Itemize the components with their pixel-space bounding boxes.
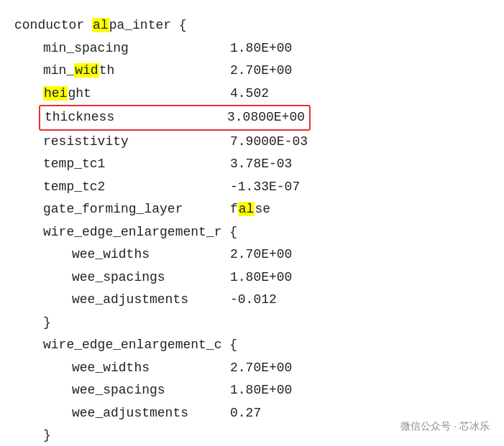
- highlight-false-al: al: [238, 202, 255, 216]
- key-height: height: [43, 83, 230, 106]
- code-block: conductor alpa_inter { min_spacing 1.80E…: [0, 0, 504, 446]
- code-line-height: height 4.502: [43, 83, 490, 106]
- value-thickness: 3.0800E+00: [227, 106, 305, 129]
- code-title-text: conductor alpa_inter {: [14, 14, 187, 37]
- code-line-weec-open: wire_edge_enlargement_c {: [43, 334, 490, 357]
- code-line-wee-spacings-r: wee_spacings 1.80E+00: [72, 266, 490, 289]
- thickness-red-box: thickness 3.0800E+00: [39, 105, 311, 131]
- value-wee-adj-c: 0.27: [230, 402, 261, 425]
- key-weec-open: wire_edge_enlargement_c {: [43, 334, 237, 357]
- code-line-thickness: thickness 3.0800E+00: [43, 105, 490, 131]
- close-brace-r: }: [43, 312, 51, 335]
- value-wee-spacings-c: 1.80E+00: [230, 379, 292, 402]
- code-line-min-spacing: min_spacing 1.80E+00: [43, 37, 490, 60]
- key-min-width: min_width: [43, 60, 230, 83]
- value-wee-adj-r: -0.012: [230, 289, 277, 312]
- value-gate-forming: false: [230, 198, 270, 221]
- value-temp-tc1: 3.78E-03: [230, 153, 292, 176]
- key-wee-widths-r: wee_widths: [72, 243, 230, 266]
- close-brace-c: }: [43, 424, 51, 446]
- highlight-width: wid: [74, 63, 98, 78]
- code-line-resistivity: resistivity 7.9000E-03: [43, 131, 490, 154]
- value-temp-tc2: -1.33E-07: [230, 176, 300, 199]
- value-wee-spacings-r: 1.80E+00: [230, 266, 292, 289]
- value-min-spacing: 1.80E+00: [230, 37, 292, 60]
- code-line-wee-widths-c: wee_widths 2.70E+00: [72, 357, 490, 380]
- key-wee-adj-r: wee_adjustments: [72, 289, 230, 312]
- code-line-temp-tc2: temp_tc2 -1.33E-07: [43, 176, 490, 199]
- code-line-temp-tc1: temp_tc1 3.78E-03: [43, 153, 490, 176]
- key-wee-spacings-r: wee_spacings: [72, 266, 230, 289]
- value-wee-widths-r: 2.70E+00: [230, 243, 292, 266]
- key-temp-tc2: temp_tc2: [43, 176, 230, 199]
- key-wee-widths-c: wee_widths: [72, 357, 230, 380]
- value-resistivity: 7.9000E-03: [230, 131, 308, 154]
- key-min-spacing: min_spacing: [43, 37, 230, 60]
- code-line-gate-forming: gate_forming_layer false: [43, 198, 490, 221]
- value-height: 4.502: [230, 83, 269, 106]
- code-line-wee-adj-r: wee_adjustments -0.012: [72, 289, 490, 312]
- code-line-min-width: min_width 2.70E+00: [43, 60, 490, 83]
- highlight-alpa: al: [92, 18, 109, 32]
- code-line-weer-open: wire_edge_enlargement_r {: [43, 221, 490, 244]
- code-line-title: conductor alpa_inter {: [14, 14, 490, 37]
- key-resistivity: resistivity: [43, 131, 230, 154]
- highlight-height: hei: [43, 86, 68, 101]
- code-line-wee-spacings-c: wee_spacings 1.80E+00: [72, 379, 490, 402]
- key-weer-open: wire_edge_enlargement_r {: [43, 221, 237, 244]
- key-wee-adj-c: wee_adjustments: [72, 402, 230, 425]
- key-thickness: thickness: [45, 106, 227, 129]
- key-gate-forming: gate_forming_layer: [43, 198, 230, 221]
- value-min-width: 2.70E+00: [230, 60, 292, 83]
- key-temp-tc1: temp_tc1: [43, 153, 230, 176]
- code-line-weer-close: }: [43, 312, 490, 335]
- watermark: 微信公众号 · 芯冰乐: [400, 420, 490, 433]
- key-wee-spacings-c: wee_spacings: [72, 379, 230, 402]
- value-wee-widths-c: 2.70E+00: [230, 357, 292, 380]
- code-line-wee-widths-r: wee_widths 2.70E+00: [72, 243, 490, 266]
